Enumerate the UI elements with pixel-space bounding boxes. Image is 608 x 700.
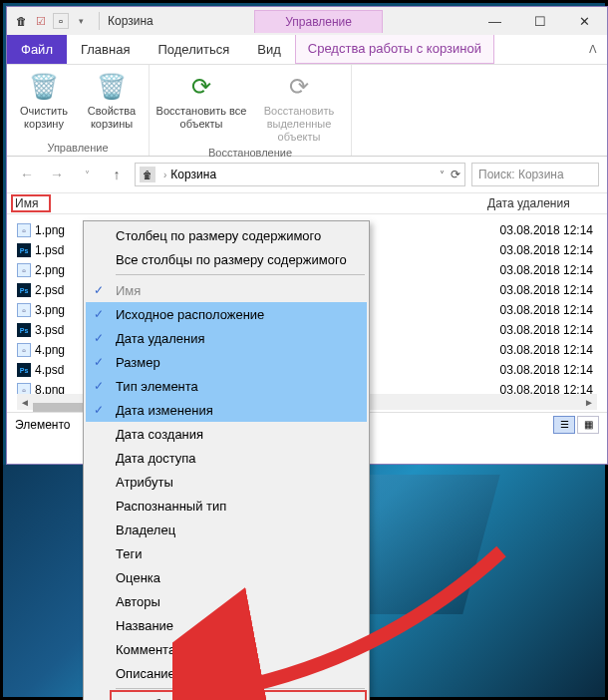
menu-col-name[interactable]: ✓Имя [86, 278, 367, 302]
ribbon-group-manage: Управление [13, 140, 143, 156]
nav-recent-dropdown[interactable]: ˅ [75, 163, 99, 186]
file-menu[interactable]: Файл [7, 35, 67, 64]
menu-col-comments[interactable]: Комментарии [86, 637, 367, 661]
file-row[interactable]: Ps3.psd [17, 320, 83, 340]
check-icon: ✓ [94, 379, 104, 393]
tab-home[interactable]: Главная [67, 35, 144, 64]
file-name: 3.psd [35, 323, 64, 337]
file-row[interactable]: ▫2.png [17, 260, 83, 280]
date-cell: 03.08.2018 12:14 [500, 240, 593, 260]
ribbon-collapse-icon[interactable]: ᐱ [589, 43, 597, 56]
menu-col-tags[interactable]: Теги [86, 541, 367, 565]
location-icon: 🗑 [140, 167, 155, 182]
qat-dropdown-icon[interactable]: ▾ [73, 13, 89, 29]
qat-doc-icon[interactable]: ▫ [53, 13, 69, 29]
address-text: Корзина [170, 168, 216, 181]
menu-more-columns[interactable]: Подробнее... [86, 692, 367, 700]
restore-selected-button: ⟳ Восстановить выделенные объекты [253, 67, 345, 145]
status-item-count: Элементо [15, 418, 71, 432]
menu-col-original-location[interactable]: ✓Исходное расположение [86, 302, 367, 326]
restore-all-button[interactable]: ⟳ Восстановить все объекты [155, 67, 247, 131]
restore-selected-label: Восстановить выделенные объекты [253, 105, 345, 145]
png-file-icon: ▫ [17, 303, 31, 317]
empty-recycle-bin-button[interactable]: 🗑️ Очистить корзину [13, 67, 75, 131]
menu-size-column[interactable]: Столбец по размеру содержимого [86, 223, 367, 247]
tab-recycle-tools[interactable]: Средства работы с корзиной [295, 35, 494, 64]
menu-col-authors[interactable]: Авторы [86, 589, 367, 613]
menu-col-type[interactable]: ✓Тип элемента [86, 374, 367, 398]
file-name: 2.png [35, 263, 65, 277]
restore-all-label: Восстановить все объекты [155, 105, 247, 131]
ribbon-tabs: Файл Главная Поделиться Вид Средства раб… [7, 35, 607, 65]
menu-col-rating[interactable]: Оценка [86, 565, 367, 589]
file-list: ▫1.pngPs1.psd▫2.pngPs2.psd▫3.pngPs3.psd▫… [17, 220, 83, 400]
restore-selected-icon: ⟳ [283, 71, 315, 103]
column-header-name[interactable]: Имя [7, 193, 79, 213]
view-large-icons-button[interactable]: ▦ [577, 416, 599, 434]
check-icon: ✓ [94, 355, 104, 369]
tab-share[interactable]: Поделиться [144, 35, 243, 64]
psd-file-icon: Ps [17, 323, 31, 337]
empty-bin-label: Очистить корзину [13, 105, 75, 131]
address-row: ← → ˅ ↑ 🗑 › Корзина ˅ ⟳ Поиск: Корзина [7, 157, 607, 192]
scroll-right-icon[interactable]: ► [581, 394, 597, 410]
file-name: 1.psd [35, 243, 64, 257]
scroll-left-icon[interactable]: ◄ [17, 394, 33, 410]
address-dropdown-icon[interactable]: ˅ [440, 170, 445, 180]
recycle-bin-icon: 🗑 [13, 13, 29, 29]
search-input[interactable]: Поиск: Корзина [471, 163, 599, 186]
file-row[interactable]: ▫4.png [17, 340, 83, 360]
menu-col-attributes[interactable]: Атрибуты [86, 470, 367, 494]
file-row[interactable]: Ps4.psd [17, 360, 83, 380]
recycle-bin-properties-button[interactable]: 🗑️ Свойства корзины [81, 67, 143, 131]
trash-icon: 🗑️ [28, 71, 60, 103]
minimize-button[interactable]: — [472, 7, 517, 35]
png-file-icon: ▫ [17, 223, 31, 237]
date-list: 03.08.2018 12:1403.08.2018 12:1403.08.20… [500, 220, 593, 400]
ribbon: 🗑️ Очистить корзину 🗑️ Свойства корзины … [7, 65, 607, 157]
menu-separator [116, 688, 365, 689]
psd-file-icon: Ps [17, 363, 31, 377]
menu-col-date-accessed[interactable]: Дата доступа [86, 446, 367, 470]
file-row[interactable]: ▫3.png [17, 300, 83, 320]
view-details-button[interactable]: ☰ [553, 416, 575, 434]
date-cell: 03.08.2018 12:14 [500, 360, 593, 380]
menu-col-perceived-type[interactable]: Распознанный тип [86, 494, 367, 518]
menu-col-date-created[interactable]: Дата создания [86, 422, 367, 446]
menu-col-owner[interactable]: Владелец [86, 518, 367, 541]
properties-icon: 🗑️ [96, 71, 128, 103]
file-row[interactable]: Ps2.psd [17, 280, 83, 300]
date-cell: 03.08.2018 12:14 [500, 320, 593, 340]
check-icon: ✓ [94, 283, 104, 297]
menu-size-all-columns[interactable]: Все столбцы по размеру содержимого [86, 247, 367, 271]
menu-col-size[interactable]: ✓Размер [86, 350, 367, 374]
menu-col-file-description[interactable]: Описание файла [86, 661, 367, 685]
date-cell: 03.08.2018 12:14 [500, 260, 593, 280]
nav-back-button: ← [15, 163, 39, 186]
menu-col-date-modified[interactable]: ✓Дата изменения [86, 398, 367, 422]
address-bar[interactable]: 🗑 › Корзина ˅ ⟳ [135, 163, 465, 186]
maximize-button[interactable]: ☐ [517, 7, 562, 35]
refresh-icon[interactable]: ⟳ [451, 168, 460, 181]
file-name: 3.png [35, 303, 65, 317]
col-name-label: Имя [15, 196, 38, 210]
bin-props-label: Свойства корзины [81, 105, 143, 131]
restore-all-icon: ⟳ [185, 71, 217, 103]
qat-check-icon[interactable]: ☑ [33, 13, 49, 29]
date-cell: 03.08.2018 12:14 [500, 300, 593, 320]
menu-separator [116, 274, 365, 275]
file-row[interactable]: Ps1.psd [17, 240, 83, 260]
check-icon: ✓ [94, 403, 104, 417]
tab-view[interactable]: Вид [243, 35, 295, 64]
menu-col-date-deleted[interactable]: ✓Дата удаления [86, 326, 367, 350]
file-row[interactable]: ▫1.png [17, 220, 83, 240]
nav-up-button[interactable]: ↑ [105, 163, 129, 186]
psd-file-icon: Ps [17, 243, 31, 257]
date-cell: 03.08.2018 12:14 [500, 220, 593, 240]
close-button[interactable]: ✕ [562, 7, 607, 35]
menu-col-title[interactable]: Название [86, 613, 367, 637]
title-separator [99, 12, 100, 30]
window-title: Корзина [104, 14, 153, 28]
column-header-date-deleted[interactable]: Дата удаления [479, 193, 607, 213]
date-cell: 03.08.2018 12:14 [500, 340, 593, 360]
